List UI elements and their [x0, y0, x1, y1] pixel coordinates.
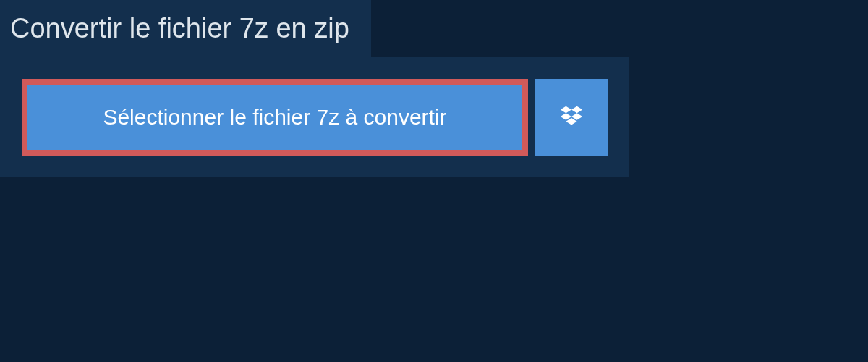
select-file-button[interactable]: Sélectionner le fichier 7z à convertir	[22, 79, 528, 156]
button-row: Sélectionner le fichier 7z à convertir	[22, 79, 608, 156]
converter-panel: Sélectionner le fichier 7z à convertir	[0, 57, 629, 177]
dropbox-button[interactable]	[535, 79, 608, 156]
dropbox-icon	[558, 104, 585, 131]
select-file-label: Sélectionner le fichier 7z à convertir	[103, 105, 446, 130]
page-title: Convertir le fichier 7z en zip	[10, 13, 349, 44]
header-bar: Convertir le fichier 7z en zip	[0, 0, 371, 57]
